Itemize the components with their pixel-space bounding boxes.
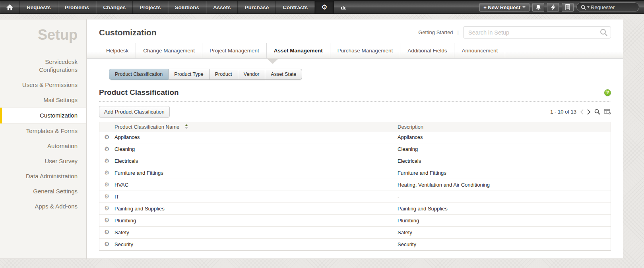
- tab-announcement[interactable]: Announcement: [454, 43, 505, 58]
- sidebar-item-mail-settings[interactable]: Mail Settings: [0, 93, 86, 108]
- row-gear-icon[interactable]: ⚙: [104, 170, 109, 176]
- row-description: Safety: [398, 229, 611, 235]
- tab-asset-management[interactable]: Asset Management: [267, 43, 330, 58]
- row-name: Safety: [114, 229, 129, 235]
- table-settings-icon: [604, 109, 611, 115]
- tasks-list-icon: [565, 4, 570, 10]
- sidebar-item-templates-forms[interactable]: Templates & Forms: [0, 123, 86, 139]
- nav-changes[interactable]: Changes: [96, 1, 133, 13]
- tab-helpdesk[interactable]: Helpdesk: [99, 43, 136, 58]
- row-gear-icon[interactable]: ⚙: [104, 229, 109, 235]
- row-gear-icon[interactable]: ⚙: [104, 218, 109, 224]
- nav-setup-gear[interactable]: ⚙: [315, 1, 334, 13]
- row-gear-icon[interactable]: ⚙: [104, 146, 109, 152]
- subtab-product-type[interactable]: Product Type: [169, 69, 209, 80]
- product-classification-table: Product Classification Name Description …: [99, 122, 611, 251]
- table-row[interactable]: ⚙ Electricals Electricals: [99, 155, 611, 167]
- bell-icon: [535, 4, 541, 10]
- table-row[interactable]: ⚙ Painting and Supplies Painting and Sup…: [99, 203, 611, 215]
- row-gear-icon[interactable]: ⚙: [104, 158, 109, 164]
- new-request-button[interactable]: + New Request: [479, 3, 530, 12]
- column-header-name[interactable]: Product Classification Name: [114, 124, 179, 130]
- getting-started-link[interactable]: Getting Started: [418, 29, 453, 35]
- search-rows-button[interactable]: [594, 109, 600, 115]
- sidebar-item-apps-addons[interactable]: Apps & Add-ons: [0, 199, 86, 214]
- row-name: Appliances: [114, 134, 140, 140]
- global-search-input[interactable]: [591, 4, 630, 10]
- row-gear-icon[interactable]: ⚙: [104, 194, 109, 200]
- nav-projects[interactable]: Projects: [133, 1, 168, 13]
- row-name: Furniture and Fittings: [114, 170, 163, 176]
- top-navigation-bar: Requests Problems Changes Projects Solut…: [0, 0, 644, 14]
- subtab-asset-state[interactable]: Asset State: [265, 69, 302, 80]
- column-header-description[interactable]: Description: [398, 124, 611, 130]
- table-row[interactable]: ⚙ HVAC Heating, Ventilation and Air Cond…: [99, 179, 611, 191]
- subtab-vendor[interactable]: Vendor: [238, 69, 266, 80]
- pagination-count: 1 - 10 of 13: [550, 109, 576, 115]
- nav-requests[interactable]: Requests: [20, 1, 58, 13]
- column-settings-button[interactable]: [604, 109, 611, 115]
- tab-project-management[interactable]: Project Management: [202, 43, 267, 58]
- subtab-product[interactable]: Product: [209, 69, 238, 80]
- table-header-row: Product Classification Name Description: [99, 122, 611, 131]
- tasks-button[interactable]: [562, 3, 574, 12]
- add-product-classification-button[interactable]: Add Product Classification: [99, 106, 170, 118]
- search-scope-caret-icon[interactable]: [587, 6, 590, 8]
- row-gear-icon[interactable]: ⚙: [104, 182, 109, 188]
- nav-assets[interactable]: Assets: [206, 1, 238, 13]
- list-toolbar: Add Product Classification 1 - 10 of 13: [87, 102, 623, 121]
- chevron-down-icon: [522, 6, 526, 8]
- tab-additional-fields[interactable]: Additional Fields: [400, 43, 454, 58]
- sidebar-item-customization[interactable]: Customization: [0, 108, 86, 123]
- setup-title: Setup: [0, 19, 86, 54]
- setup-search-input[interactable]: [463, 26, 611, 39]
- row-gear-icon[interactable]: ⚙: [104, 241, 109, 247]
- global-search[interactable]: [576, 2, 639, 12]
- row-name: Painting and Supplies: [114, 206, 165, 212]
- table-row[interactable]: ⚙ Appliances Appliances: [99, 131, 611, 143]
- header-actions: Getting Started |: [418, 26, 611, 39]
- sidebar-item-data-administration[interactable]: Data Administration: [0, 169, 86, 184]
- sidebar-item-automation[interactable]: Automation: [0, 139, 86, 154]
- sidebar-item-servicedesk-configurations[interactable]: Servicedesk Configurations: [0, 54, 86, 77]
- nav-reports[interactable]: [334, 1, 353, 13]
- quick-actions-button[interactable]: [547, 3, 559, 12]
- prev-page-button[interactable]: [580, 109, 584, 115]
- sidebar-item-users-permissions[interactable]: Users & Permissions: [0, 77, 86, 93]
- row-description: Plumbing: [398, 218, 611, 224]
- tab-purchase-management[interactable]: Purchase Management: [330, 43, 401, 58]
- sidebar-item-general-settings[interactable]: General Settings: [0, 184, 86, 199]
- nav-purchase[interactable]: Purchase: [238, 1, 276, 13]
- help-icon[interactable]: ?: [604, 89, 611, 96]
- notifications-button[interactable]: [532, 3, 544, 12]
- sidebar-item-user-survey[interactable]: User Survey: [0, 154, 86, 169]
- row-gear-icon[interactable]: ⚙: [104, 206, 109, 212]
- next-page-button[interactable]: [587, 109, 591, 115]
- section-header: Product Classification ?: [87, 80, 623, 100]
- main-header: Customization Getting Started |: [87, 19, 623, 43]
- table-row[interactable]: ⚙ Safety Safety: [99, 227, 611, 239]
- row-name: Electricals: [114, 158, 138, 164]
- nav-solutions[interactable]: Solutions: [168, 1, 207, 13]
- search-icon: [594, 109, 600, 115]
- gear-icon: ⚙: [321, 4, 327, 11]
- nav-problems[interactable]: Problems: [58, 1, 97, 13]
- tab-change-management[interactable]: Change Management: [136, 43, 202, 58]
- search-icon[interactable]: [600, 29, 607, 36]
- lightning-icon: [551, 4, 555, 10]
- row-gear-icon[interactable]: ⚙: [104, 134, 109, 140]
- row-description: Painting and Supplies: [398, 206, 611, 212]
- nav-home[interactable]: [0, 1, 20, 13]
- row-description: Cleaning: [398, 146, 611, 152]
- table-row[interactable]: ⚙ Furniture and Fittings Furniture and F…: [99, 167, 611, 179]
- main-panel: Customization Getting Started | Helpdesk…: [87, 19, 623, 259]
- table-row[interactable]: ⚙ Security Security: [99, 239, 611, 251]
- nav-contracts[interactable]: Contracts: [276, 1, 315, 13]
- table-row[interactable]: ⚙ IT -: [99, 191, 611, 203]
- table-row[interactable]: ⚙ Cleaning Cleaning: [99, 143, 611, 155]
- subtab-product-classification[interactable]: Product Classification: [109, 69, 169, 80]
- setup-search: [463, 26, 611, 39]
- table-row[interactable]: ⚙ Plumbing Plumbing: [99, 215, 611, 227]
- page-title: Customization: [99, 28, 157, 37]
- sort-ascending-icon[interactable]: [185, 124, 188, 129]
